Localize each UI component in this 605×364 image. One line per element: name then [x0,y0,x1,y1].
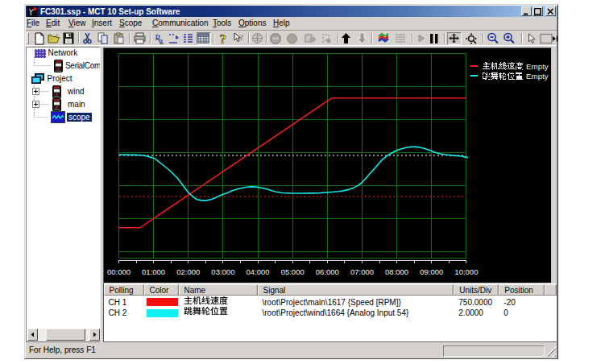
svg-text:10:000: 10:000 [454,267,478,275]
svg-text:01:000: 01:000 [142,267,165,275]
svg-text:?: ? [239,32,244,42]
svg-text:02:000: 02:000 [176,267,200,275]
svg-text:?: ? [220,32,227,45]
svg-text:06:000: 06:000 [315,267,338,275]
svg-text:07:000: 07:000 [350,267,373,275]
svg-text:09:000: 09:000 [420,267,443,275]
svg-text:08:000: 08:000 [385,267,408,275]
svg-text:05:000: 05:000 [280,267,304,275]
svg-text:Empty: Empty [526,61,549,70]
svg-text:04:000: 04:000 [246,267,269,275]
svg-text:00:000: 00:000 [106,267,130,275]
svg-text:03:000: 03:000 [211,267,234,275]
svg-text:Empty: Empty [526,72,549,81]
